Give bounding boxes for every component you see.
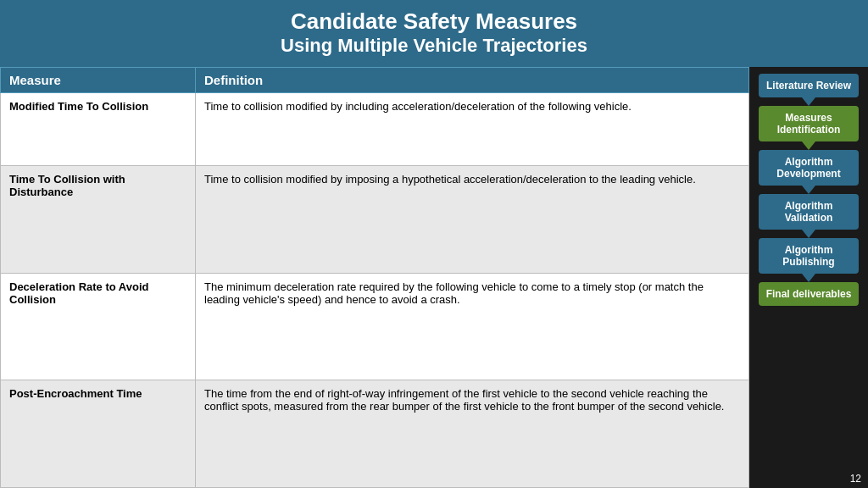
title-main: Candidate Safety Measures <box>17 8 851 35</box>
flow-diagram: Literature ReviewMeasures Identification… <box>756 74 861 306</box>
col-header-definition: Definition <box>196 68 749 93</box>
flow-arrow <box>802 141 815 150</box>
flow-item-5: Final deliverables <box>759 282 859 306</box>
page-number: 12 <box>850 473 861 485</box>
sidebar: Literature ReviewMeasures Identification… <box>749 67 868 488</box>
slide-header: Candidate Safety Measures Using Multiple… <box>0 0 868 67</box>
table-row: Deceleration Rate to Avoid CollisionThe … <box>1 273 749 380</box>
measure-cell: Time To Collision with Disturbance <box>1 166 196 274</box>
flow-item-3: Algorithm Validation <box>759 194 859 230</box>
flow-item-0: Literature Review <box>759 74 859 97</box>
measure-name: Modified Time To Collision <box>9 100 148 113</box>
measure-name: Time To Collision with Disturbance <box>9 173 125 198</box>
flow-arrow <box>802 274 815 282</box>
flow-item-4: Algorithm Publishing <box>759 238 859 274</box>
flow-item-1: Measures Identification <box>759 106 859 141</box>
flow-arrow <box>802 186 815 194</box>
measure-name: Deceleration Rate to Avoid Collision <box>9 280 148 306</box>
measure-cell: Deceleration Rate to Avoid Collision <box>1 273 196 380</box>
title-sub: Using Multiple Vehicle Trajectories <box>17 35 851 57</box>
flow-item-2: Algorithm Development <box>759 150 859 186</box>
flow-arrow <box>802 97 815 106</box>
table-row: Modified Time To CollisionTime to collis… <box>1 93 749 166</box>
definition-cell: The minimum deceleration rate required b… <box>196 273 749 380</box>
measure-cell: Modified Time To Collision <box>1 93 196 166</box>
content-area: Measure Definition Modified Time To Coll… <box>0 67 868 488</box>
measures-table: Measure Definition Modified Time To Coll… <box>0 67 749 488</box>
flow-arrow <box>802 230 815 238</box>
col-header-measure: Measure <box>1 68 196 93</box>
measure-cell: Post-Encroachment Time <box>1 380 196 488</box>
measure-name: Post-Encroachment Time <box>9 387 142 400</box>
definition-cell: Time to collision modified by including … <box>196 93 749 166</box>
definition-cell: The time from the end of right-of-way in… <box>196 380 749 488</box>
table-row: Time To Collision with DisturbanceTime t… <box>1 166 749 274</box>
table-row: Post-Encroachment TimeThe time from the … <box>1 380 749 488</box>
definition-cell: Time to collision modified by imposing a… <box>196 166 749 274</box>
table-section: Measure Definition Modified Time To Coll… <box>0 67 749 488</box>
